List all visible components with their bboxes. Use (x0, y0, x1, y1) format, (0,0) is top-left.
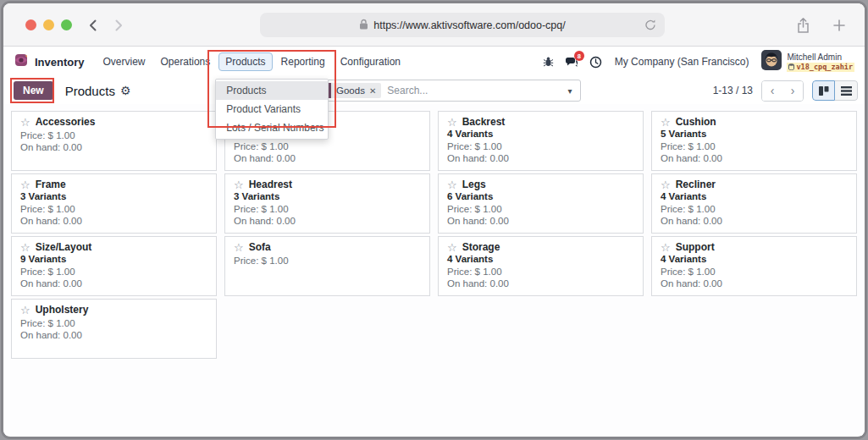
favorite-star-icon[interactable]: ☆ (447, 179, 457, 190)
minimize-window-button[interactable] (43, 19, 54, 30)
pager-label: 1-13 / 13 (713, 85, 753, 96)
app-name: Inventory (35, 56, 85, 69)
favorite-star-icon[interactable]: ☆ (234, 179, 244, 190)
favorite-star-icon[interactable]: ☆ (661, 117, 671, 128)
product-card[interactable]: ☆ Frame 3 Variants Price: $ 1.00 On hand… (11, 173, 217, 234)
menu-item-operations[interactable]: Operations (154, 52, 218, 71)
product-name: Support (676, 241, 715, 253)
kanban-view-button[interactable] (812, 80, 835, 101)
share-icon[interactable] (796, 17, 810, 37)
dropdown-item-lots-serial-numbers[interactable]: Lots / Serial Numbers (216, 118, 328, 137)
messages-badge: 8 (574, 51, 584, 61)
search-dropdown-caret-icon[interactable]: ▾ (560, 80, 580, 101)
product-on-hand: On hand: 0.00 (661, 216, 848, 226)
kanban-icon (818, 85, 829, 96)
zoom-window-button[interactable] (61, 19, 72, 30)
product-variants: 4 Variants (447, 254, 634, 264)
menu-item-overview[interactable]: Overview (97, 52, 152, 71)
product-price: Price: $ 1.00 (661, 204, 848, 214)
product-price: Price: $ 1.00 (20, 267, 207, 277)
product-variants: 3 Variants (234, 191, 421, 201)
user-name: Mitchell Admin (787, 52, 854, 62)
user-menu[interactable]: Mitchell Admin v18_cpq_zahir (761, 50, 854, 74)
product-on-hand: On hand: 0.00 (234, 153, 421, 163)
product-name: Storage (462, 241, 500, 253)
product-name: Legs (462, 179, 486, 190)
menu-item-reporting[interactable]: Reporting (274, 52, 332, 71)
favorite-star-icon[interactable]: ☆ (234, 242, 244, 253)
menu-item-configuration[interactable]: Configuration (334, 52, 407, 71)
product-card[interactable]: ☆ Upholstery Price: $ 1.00 On hand: 0.00 (11, 299, 217, 359)
app-brand[interactable]: Inventory (14, 52, 85, 71)
favorite-star-icon[interactable]: ☆ (20, 305, 30, 316)
dropdown-item-products[interactable]: Products (216, 81, 328, 100)
dropdown-item-product-variants[interactable]: Product Variants (216, 100, 328, 118)
traffic-lights (25, 19, 72, 30)
product-price: Price: $ 1.00 (20, 204, 207, 214)
pager-previous-button[interactable]: ‹ (762, 81, 782, 101)
product-card[interactable]: ☆ Cushion 5 Variants Price: $ 1.00 On ha… (651, 111, 857, 171)
product-name: Sofa (249, 241, 271, 253)
product-on-hand: On hand: 0.00 (20, 278, 207, 289)
product-on-hand: On hand: 0.00 (447, 278, 634, 289)
favorite-star-icon[interactable]: ☆ (447, 242, 457, 253)
product-card[interactable]: ☆ Legs 6 Variants Price: $ 1.00 On hand:… (438, 173, 644, 234)
product-name: Recliner (676, 179, 716, 190)
facet-remove-icon[interactable]: ✕ (369, 86, 376, 96)
browser-chrome: https://www.aktivsoftware.com/odoo-cpq/ (3, 3, 865, 47)
browser-back-icon[interactable] (86, 18, 100, 33)
company-switcher[interactable]: My Company (San Francisco) (615, 56, 749, 68)
database-badge: v18_cpq_zahir (787, 63, 854, 72)
favorite-star-icon[interactable]: ☆ (20, 179, 30, 190)
menu-item-products-label: Products (225, 56, 265, 68)
search-input[interactable] (387, 85, 560, 96)
product-price: Price: $ 1.00 (234, 204, 421, 214)
product-card[interactable]: ☆ Sofa Price: $ 1.00 (224, 236, 430, 296)
close-window-button[interactable] (25, 19, 36, 30)
url-text: https://www.aktivsoftware.com/odoo-cpq/ (373, 19, 565, 31)
browser-forward-icon[interactable] (112, 18, 125, 33)
product-card[interactable]: ☆ Size/Layout 9 Variants Price: $ 1.00 O… (11, 236, 217, 296)
product-name: Backrest (462, 116, 506, 128)
product-variants: 3 Variants (20, 191, 207, 201)
favorite-star-icon[interactable]: ☆ (661, 179, 671, 190)
product-card[interactable]: ☆ Backrest 4 Variants Price: $ 1.00 On h… (438, 111, 644, 171)
lock-icon (359, 18, 368, 33)
new-tab-icon[interactable] (832, 19, 846, 36)
product-price: Price: $ 1.00 (234, 141, 421, 151)
menu-item-products[interactable]: Products Products Product Variants Lots … (218, 52, 272, 71)
favorite-star-icon[interactable]: ☆ (661, 242, 671, 253)
activities-clock-icon[interactable] (589, 56, 602, 69)
list-view-button[interactable] (835, 80, 858, 101)
favorite-star-icon[interactable]: ☆ (20, 117, 30, 128)
reload-icon[interactable] (644, 19, 656, 35)
search-bar[interactable]: Goods ✕ ▾ (291, 80, 581, 102)
product-card[interactable]: ☆ Support 4 Variants Price: $ 1.00 On ha… (651, 236, 857, 296)
product-on-hand: On hand: 0.00 (234, 216, 421, 226)
messages-icon[interactable]: 8 (565, 56, 578, 68)
product-on-hand: On hand: 0.00 (20, 142, 207, 152)
pager-next-button[interactable]: › (782, 81, 803, 101)
odoo-navbar: Inventory Overview Operations Products P… (3, 47, 865, 77)
product-card[interactable]: ☆ Accessories Price: $ 1.00 On hand: 0.0… (11, 111, 217, 171)
database-icon (788, 63, 794, 70)
product-variants: 4 Variants (661, 191, 848, 201)
product-card[interactable]: ☆ Recliner 4 Variants Price: $ 1.00 On h… (651, 173, 857, 234)
product-card[interactable]: ☆ Storage 4 Variants Price: $ 1.00 On ha… (438, 236, 644, 296)
product-on-hand: On hand: 0.00 (447, 153, 634, 163)
address-bar[interactable]: https://www.aktivsoftware.com/odoo-cpq/ (260, 13, 665, 37)
gear-icon[interactable]: ⚙ (120, 84, 131, 97)
product-variants: 4 Variants (447, 129, 634, 139)
favorite-star-icon[interactable]: ☆ (20, 242, 30, 253)
product-card[interactable]: ☆ Headrest 3 Variants Price: $ 1.00 On h… (224, 173, 430, 234)
avatar[interactable] (761, 50, 782, 74)
product-name: Size/Layout (36, 241, 92, 253)
products-dropdown-menu: Products Product Variants Lots / Serial … (215, 79, 329, 140)
product-variants: 5 Variants (661, 129, 848, 139)
debug-bug-icon[interactable] (543, 56, 554, 68)
favorite-star-icon[interactable]: ☆ (447, 117, 457, 128)
product-price: Price: $ 1.00 (20, 318, 207, 328)
product-price: Price: $ 1.00 (661, 141, 848, 151)
odoo-apps-icon[interactable] (14, 52, 29, 71)
new-button[interactable]: New (14, 81, 53, 100)
